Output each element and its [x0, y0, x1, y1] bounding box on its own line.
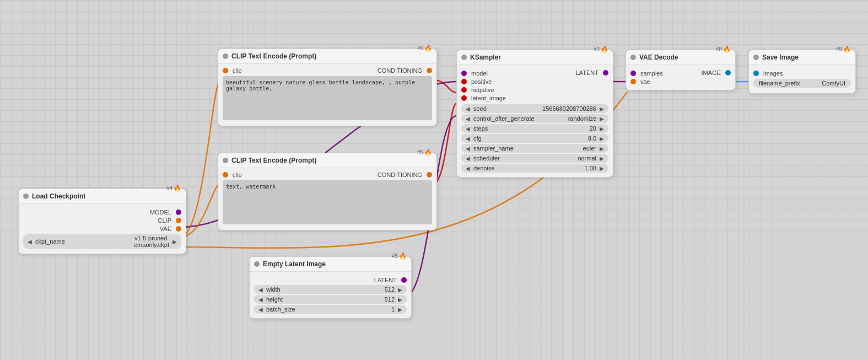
- stepper-right[interactable]: ▶: [599, 146, 605, 152]
- flame-icon: 🔥: [843, 46, 851, 53]
- param-ckpt: ◀ ckpt_name v1-5-pruned-emaonly.ckpt ▶: [23, 234, 181, 249]
- steps-stepper[interactable]: ◀ steps 20 ▶: [461, 124, 608, 133]
- output-latent: LATENT: [254, 277, 407, 283]
- clip-connector: [176, 218, 181, 223]
- port-label-model: MODEL: [150, 209, 171, 216]
- stepper-right[interactable]: ▶: [397, 297, 403, 303]
- height-stepper[interactable]: ◀ height 512 ▶: [254, 295, 407, 304]
- image-out-connector: [725, 70, 731, 76]
- cfg-label: cfg: [471, 135, 535, 142]
- seed-value: 1566680208700286: [535, 105, 599, 112]
- param-seed: ◀ seed 1566680208700286 ▶: [461, 104, 608, 113]
- input-vae: vae: [630, 78, 665, 85]
- stepper-right[interactable]: ▶: [397, 307, 403, 313]
- save-image-node: #9 🔥 Save Image images filename_prefix C…: [748, 50, 856, 94]
- node-title: CLIP Text Encode (Prompt): [231, 157, 316, 164]
- stepper-left[interactable]: ◀: [465, 126, 471, 132]
- node-badge-6: #6 🔥: [417, 45, 432, 52]
- node-status-dot: [254, 261, 260, 267]
- flame-icon: 🔥: [601, 46, 608, 53]
- node-header: KSampler: [457, 50, 613, 65]
- control-label: control_after_generate: [471, 115, 537, 122]
- stepper-right[interactable]: ▶: [599, 136, 605, 142]
- param-batch: ◀ batch_size 1 ▶: [254, 305, 407, 314]
- stepper-right[interactable]: ▶: [397, 287, 403, 293]
- input-clip: clip: [223, 67, 244, 74]
- node-body: LATENT ◀ width 512 ▶ ◀ height 512 ▶ ◀ ba…: [250, 272, 411, 318]
- node-badge-4: #4 🔥: [166, 185, 181, 192]
- node-title: VAE Decode: [639, 53, 678, 61]
- node-title: Load Checkpoint: [32, 192, 85, 200]
- cfg-value: 8.0: [535, 135, 599, 142]
- node-header: CLIP Text Encode (Prompt): [218, 153, 436, 168]
- node-body: model positive negative latent_image LAT…: [457, 65, 613, 177]
- filename-stepper[interactable]: filename_prefix ComfyUI: [753, 79, 851, 88]
- param-height: ◀ height 512 ▶: [254, 295, 407, 304]
- input-model: model: [461, 70, 508, 77]
- denoise-stepper[interactable]: ◀ denoise 1.00 ▶: [461, 164, 608, 173]
- flame-icon: 🔥: [424, 45, 432, 52]
- input-images: images: [753, 70, 851, 77]
- stepper-left[interactable]: ◀: [465, 165, 471, 171]
- output-clip: CLIP: [23, 217, 181, 224]
- stepper-right[interactable]: ▶: [599, 126, 605, 132]
- control-stepper[interactable]: ◀ control_after_generate randomize ▶: [461, 114, 608, 123]
- param-scheduler: ◀ scheduler normal ▶: [461, 154, 608, 163]
- stepper-left[interactable]: ◀: [465, 155, 471, 162]
- clip-in-connector: [223, 172, 228, 178]
- clip-text-encode-2-node: #5 🔥 CLIP Text Encode (Prompt) clip COND…: [218, 153, 437, 230]
- node-badge-9: #9 🔥: [836, 46, 851, 53]
- node-status-dot: [753, 55, 759, 60]
- cfg-stepper[interactable]: ◀ cfg 8.0 ▶: [461, 134, 608, 143]
- negative-prompt-text-area[interactable]: text, watermark: [223, 180, 432, 224]
- load-checkpoint-node: #4 🔥 Load Checkpoint MODEL CLIP VAE ◀ ck…: [18, 189, 186, 254]
- denoise-label: denoise: [471, 165, 535, 171]
- stepper-right[interactable]: ▶: [599, 116, 605, 122]
- flame-icon: 🔥: [399, 252, 407, 260]
- seed-stepper[interactable]: ◀ seed 1566680208700286 ▶: [461, 104, 608, 113]
- stepper-right[interactable]: ▶: [599, 165, 605, 171]
- input-clip: clip: [223, 171, 244, 178]
- stepper-left[interactable]: ◀: [257, 297, 264, 303]
- param-denoise: ◀ denoise 1.00 ▶: [461, 164, 608, 173]
- model-connector: [176, 209, 181, 215]
- stepper-right[interactable]: ▶: [599, 106, 605, 112]
- stepper-left[interactable]: ◀: [465, 116, 471, 122]
- prompt-text-area[interactable]: beautiful scenery nature glass bottle la…: [223, 76, 432, 120]
- node-status-dot: [630, 55, 636, 60]
- node-body: clip CONDITIONING beautiful scenery natu…: [218, 64, 436, 126]
- node-status-dot: [223, 158, 228, 163]
- width-stepper[interactable]: ◀ width 512 ▶: [254, 285, 407, 294]
- port-label-negative: negative: [471, 87, 494, 93]
- batch-label: batch_size: [264, 306, 331, 313]
- stepper-right[interactable]: ▶: [599, 155, 605, 162]
- stepper-left[interactable]: ◀: [465, 146, 471, 152]
- stepper-left[interactable]: ◀: [257, 287, 264, 293]
- batch-stepper[interactable]: ◀ batch_size 1 ▶: [254, 305, 407, 314]
- images-in-connector: [753, 71, 759, 76]
- input-latent: latent_image: [461, 95, 508, 101]
- stepper-left[interactable]: ◀: [465, 106, 471, 112]
- latent-out-connector: [603, 70, 608, 76]
- node-header: Empty Latent Image: [250, 257, 411, 272]
- output-model: MODEL: [23, 209, 181, 216]
- sampler-stepper[interactable]: ◀ sampler_name euler ▶: [461, 144, 608, 153]
- node-badge-8: #8 🔥: [716, 46, 731, 53]
- model-in-connector: [461, 71, 467, 76]
- stepper-left[interactable]: ◀: [465, 136, 471, 142]
- negative-in-connector: [461, 87, 467, 93]
- stepper-left[interactable]: ◀: [26, 239, 33, 245]
- stepper-right[interactable]: ▶: [171, 239, 178, 245]
- output-conditioning: CONDITIONING: [375, 171, 432, 178]
- vae-connector: [176, 226, 181, 232]
- seed-label: seed: [471, 105, 535, 112]
- flame-icon: 🔥: [174, 185, 181, 192]
- stepper-left[interactable]: ◀: [257, 307, 264, 313]
- conditioning-connector: [427, 172, 432, 178]
- port-label-positive: positive: [471, 78, 492, 85]
- filename-widget: filename_prefix ComfyUI: [753, 79, 851, 88]
- node-status-dot: [461, 55, 467, 60]
- ckpt-stepper[interactable]: ◀ ckpt_name v1-5-pruned-emaonly.ckpt ▶: [23, 234, 181, 249]
- port-label-clip: clip: [233, 67, 242, 74]
- scheduler-stepper[interactable]: ◀ scheduler normal ▶: [461, 154, 608, 163]
